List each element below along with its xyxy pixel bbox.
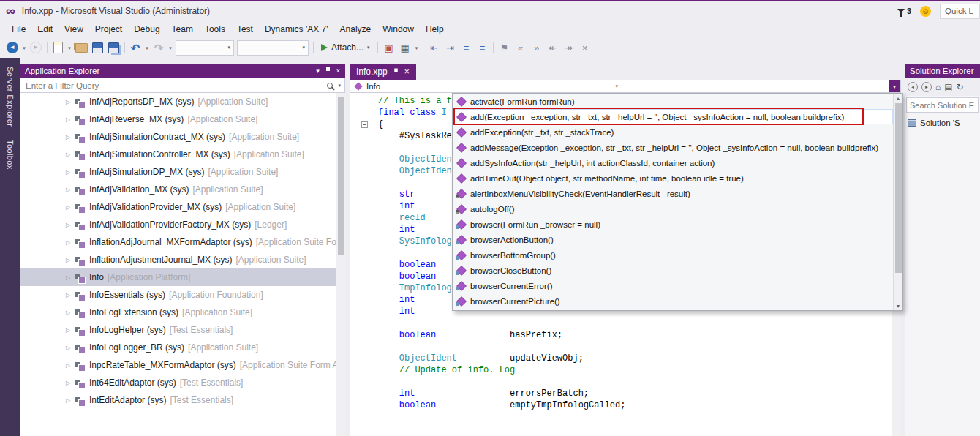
intellisense-item[interactable]: addSysInfoAction(str _helpUrl, int actio… [453, 155, 893, 170]
save-all-icon[interactable] [105, 40, 121, 56]
editor-options-dropdown[interactable]: ▼ [889, 80, 900, 92]
side-tab[interactable]: Toolbox [6, 140, 15, 170]
expand-arrow-icon[interactable]: ▷ [66, 309, 75, 316]
scroll-down-icon[interactable]: ▼ [894, 301, 902, 310]
tree-scrollbar[interactable] [336, 93, 345, 436]
notifications-flag[interactable]: 3 [897, 7, 911, 15]
intellisense-item[interactable]: browserActionButton() [453, 232, 893, 247]
InfAdjReportsDP_MX (sys)[interactable]: ▷ InfAdjReportsDP_MX (sys) [Application … [20, 93, 336, 110]
popup-scrollbar[interactable]: ▲ ▼ [893, 94, 902, 310]
next-bookmark-icon[interactable]: » [529, 40, 545, 56]
switch-views-icon[interactable]: ▤ [944, 82, 952, 92]
decrease-indent-icon[interactable]: ⇤ [426, 40, 442, 56]
InflationAdjJournal_MXFormAdaptor (sys)[interactable]: ▷ InflationAdjJournal_MXFormAdaptor (sys… [20, 233, 336, 251]
InflationAdjustmentJournal_MX (sys)[interactable]: ▷ InflationAdjustmentJournal_MX (sys) [A… [20, 251, 336, 268]
undo-caret-icon[interactable]: ▾ [143, 40, 151, 56]
InfAdjReverse_MX (sys)[interactable]: ▷ InfAdjReverse_MX (sys) [Application Su… [20, 110, 336, 128]
close-icon[interactable]: × [336, 68, 340, 75]
next-bookmark-folder-icon[interactable]: ↠ [561, 40, 577, 56]
menu-item[interactable]: View [59, 22, 89, 37]
diagnostic-tools-icon[interactable]: ▣ [381, 40, 397, 56]
navigate-backward-icon[interactable]: ◄ [4, 40, 20, 56]
members-dropdown[interactable] [622, 80, 889, 92]
expand-arrow-icon[interactable]: ▷ [66, 169, 75, 176]
menu-item[interactable]: Analyze [334, 22, 377, 37]
close-icon[interactable]: × [404, 67, 410, 76]
InfoEssentials (sys)[interactable]: ▷ InfoEssentials (sys) [Application Foun… [20, 286, 336, 304]
new-file-caret-icon[interactable]: ▾ [66, 40, 73, 56]
title-bar[interactable]: ∞ Info.xpp - Microsoft Visual Studio (Ad… [0, 1, 980, 21]
scroll-up-icon[interactable]: ▲ [894, 94, 902, 102]
grid-icon[interactable]: ▦ [397, 40, 413, 56]
expand-arrow-icon[interactable]: ▷ [66, 327, 75, 334]
filter-query-input[interactable]: Enter a Filter Query ▾ [20, 78, 345, 93]
expand-arrow-icon[interactable]: ▷ [66, 134, 75, 140]
menu-item[interactable]: Project [89, 22, 128, 37]
menu-item[interactable]: Test [231, 22, 259, 37]
intellisense-item[interactable]: browserCurrentError() [453, 278, 893, 293]
types-dropdown[interactable]: Info ▾ [350, 80, 622, 92]
menu-item[interactable]: Edit [31, 22, 59, 37]
tab-info-xpp[interactable]: Info.xpp × [350, 64, 416, 80]
InfAdjValidation_MX (sys)[interactable]: ▷ InfAdjValidation_MX (sys) [Application… [20, 181, 336, 198]
intellisense-item[interactable]: browserCloseButton() [453, 263, 893, 278]
redo-icon[interactable]: ↷ [151, 40, 167, 56]
intellisense-item[interactable]: addTimeOut(Object object, str methodName… [453, 170, 893, 186]
expand-arrow-icon[interactable]: ▷ [66, 380, 75, 386]
clear-bookmarks-icon[interactable]: × [577, 40, 593, 56]
prev-bookmark-icon[interactable]: « [513, 40, 529, 56]
home-icon[interactable]: ⌂ [935, 82, 941, 92]
open-file-icon[interactable] [73, 40, 89, 56]
scrollbar-thumb[interactable] [338, 97, 344, 255]
InfoLogExtension (sys)[interactable]: ▷ InfoLogExtension (sys) [Application Su… [20, 304, 336, 321]
expand-arrow-icon[interactable]: ▷ [66, 397, 75, 404]
InfAdjSimulationController_MX (sys)[interactable]: ▷ InfAdjSimulationController_MX (sys) [A… [20, 146, 336, 163]
forward-icon[interactable]: ► [921, 82, 932, 92]
intellisense-item[interactable]: browserCurrentPicture() [453, 293, 893, 309]
intellisense-item[interactable]: addException(str _txt, str _stackTrace) [453, 124, 893, 140]
chevron-down-icon[interactable]: ▾ [338, 83, 341, 89]
intellisense-item[interactable]: alertInboxMenuVisibilityCheck(EventHandl… [453, 186, 893, 201]
uncomment-lines-icon[interactable]: ≡ [475, 40, 491, 56]
new-file-icon[interactable] [50, 40, 66, 56]
expand-arrow-icon[interactable]: ▷ [66, 222, 75, 228]
prev-bookmark-folder-icon[interactable]: ↞ [545, 40, 561, 56]
back-icon[interactable]: ◄ [908, 82, 918, 92]
expand-arrow-icon[interactable]: ▷ [66, 99, 75, 105]
expand-arrow-icon[interactable]: ▷ [66, 362, 75, 369]
expand-arrow-icon[interactable]: ▷ [66, 187, 75, 193]
toolbar-combobox-wide[interactable] [237, 40, 309, 56]
solution-search-input[interactable]: Search Solution E [906, 97, 979, 113]
grid-caret-icon[interactable]: ▾ [413, 40, 421, 56]
InfAdjValidationProvider_MX (sys)[interactable]: ▷ InfAdjValidationProvider_MX (sys) [App… [20, 198, 336, 216]
menu-item[interactable]: Window [377, 22, 420, 37]
window-position-icon[interactable]: ▾ [316, 68, 320, 75]
feedback-smiley-icon[interactable]: ☺ [920, 6, 931, 17]
toggle-bookmark-icon[interactable]: ⚑ [497, 40, 513, 56]
pin-icon[interactable] [325, 67, 331, 75]
expand-arrow-icon[interactable]: ▷ [66, 204, 75, 211]
redo-caret-icon[interactable]: ▾ [167, 40, 174, 56]
intellisense-item[interactable]: browser(FormRun _browser = null) [453, 217, 893, 232]
attach-button[interactable]: Attach... ▾ [316, 41, 375, 54]
expand-arrow-icon[interactable]: ▷ [66, 292, 75, 298]
scrollbar-thumb[interactable] [895, 103, 902, 273]
intellisense-item[interactable]: addMessage(Exception _exception, str _tx… [453, 140, 893, 155]
menu-item[interactable]: Tools [199, 22, 231, 37]
menu-item[interactable]: Dynamics 'AX 7' [259, 22, 334, 37]
refresh-icon[interactable]: ↻ [957, 82, 964, 92]
InfAdjSimulationDP_MX (sys)[interactable]: ▷ InfAdjSimulationDP_MX (sys) [Applicati… [20, 163, 336, 181]
toolbar-combobox[interactable] [176, 40, 234, 56]
expand-arrow-icon[interactable]: ▷ [66, 151, 75, 158]
intellisense-item[interactable]: add(Exception _exception, str _txt, str … [453, 109, 893, 124]
InfAdjValidationProviderFactory_MX (sys)[interactable]: ▷ InfAdjValidationProviderFactory_MX (sy… [20, 216, 336, 233]
navigate-forward-icon[interactable]: ► [28, 40, 44, 56]
intellisense-item[interactable]: browserBottomGroup() [453, 247, 893, 263]
navigate-backward-caret-icon[interactable]: ▾ [20, 40, 28, 56]
expand-arrow-icon[interactable]: ▷ [66, 116, 75, 123]
InpcRateTable_MXFormAdaptor (sys)[interactable]: ▷ InpcRateTable_MXFormAdaptor (sys) [App… [20, 356, 336, 374]
quick-launch-input[interactable]: Quick L [940, 4, 980, 19]
solution-root-item[interactable]: Solution 'S [905, 115, 980, 131]
InfoLogLogger_BR (sys)[interactable]: ▷ InfoLogLogger_BR (sys) [Application Su… [20, 339, 336, 356]
undo-icon[interactable]: ↶ [127, 40, 143, 56]
